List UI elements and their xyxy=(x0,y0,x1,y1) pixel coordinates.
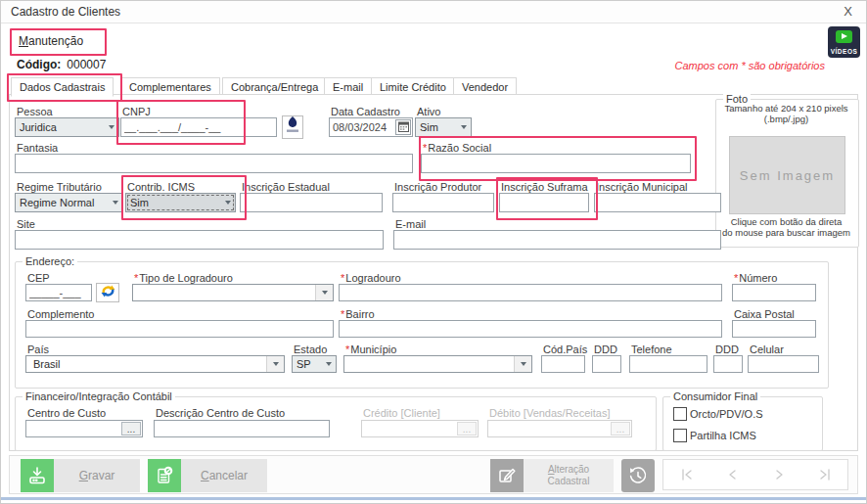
inscricao-produtor-input[interactable] xyxy=(392,193,494,212)
regime-tributario-select[interactable]: Regime Normal xyxy=(15,193,123,212)
data-cadastro-label: Data Cadastro xyxy=(331,106,400,117)
tab-dados-cadastrais[interactable]: Dados Cadastrais xyxy=(11,77,114,97)
contrib-icms-select[interactable]: Sim xyxy=(125,193,236,212)
descricao-centro-custo-label: Descrição Centro de Custo xyxy=(156,407,285,419)
inscricao-suframa-input[interactable] xyxy=(499,193,589,212)
partilha-icms-checkbox[interactable] xyxy=(673,429,687,442)
bairro-input[interactable] xyxy=(339,320,722,338)
telefone-input[interactable] xyxy=(629,355,707,373)
record-navigator xyxy=(662,459,848,490)
historico-button[interactable] xyxy=(621,459,655,492)
chevron-down-icon xyxy=(514,356,531,372)
ddd1-input[interactable] xyxy=(592,355,621,373)
centro-custo-lookup-button[interactable]: ... xyxy=(121,422,141,435)
fantasia-input[interactable] xyxy=(15,154,413,173)
cod-pais-label: Cód.País xyxy=(543,344,587,355)
first-record-icon[interactable] xyxy=(672,463,702,486)
chevron-down-icon xyxy=(266,356,284,372)
ddd1-label: DDD xyxy=(594,344,617,355)
razao-social-input[interactable] xyxy=(421,154,691,173)
cnpj-label: CNPJ xyxy=(122,106,151,117)
financeiro-title: Financeiro/Integração Contábil xyxy=(23,390,175,402)
required-fields-note: Campos com * são obrigatórios xyxy=(675,60,825,71)
inscricao-suframa-label: Inscrição Suframa xyxy=(501,181,588,193)
last-record-icon[interactable] xyxy=(810,463,840,486)
previous-record-icon[interactable] xyxy=(718,463,748,486)
tipo-logradouro-label: *Tipo de Logradouro xyxy=(134,272,233,284)
descricao-centro-custo-input[interactable] xyxy=(154,420,330,437)
cep-lookup-button[interactable] xyxy=(96,283,119,302)
cnpj-lookup-button[interactable] xyxy=(282,115,303,139)
window-title: Cadastro de Clientes xyxy=(11,5,120,19)
chevron-down-icon xyxy=(315,285,333,300)
debito-vendas-lookup-button: ... xyxy=(611,422,630,435)
photo-format-hint: (.bmp/.jpg) xyxy=(716,114,856,124)
window-bottom-edge xyxy=(1,497,867,500)
cnpj-input[interactable] xyxy=(120,117,277,137)
cadastro-clientes-window: Cadastro de Clientes X Manutenção VÍDEOS… xyxy=(0,0,867,504)
contrib-icms-label: Contrib. ICMS xyxy=(127,181,195,193)
site-input[interactable] xyxy=(15,230,384,250)
photo-placeholder[interactable]: Sem Imagem xyxy=(729,136,845,214)
videos-button[interactable]: VÍDEOS xyxy=(828,26,860,58)
fantasia-label: Fantasia xyxy=(17,142,58,154)
history-clock-icon xyxy=(621,459,655,492)
ddd2-input[interactable] xyxy=(713,355,743,373)
chevron-down-icon xyxy=(109,125,114,129)
inscricao-estadual-input[interactable] xyxy=(240,193,383,212)
code-value: 000007 xyxy=(67,58,106,71)
cancel-document-icon xyxy=(148,459,181,492)
photo-size-hint: Tamanho até 204 x 210 pixels xyxy=(716,103,856,114)
chevron-down-icon xyxy=(225,201,231,205)
numero-label: *Número xyxy=(734,272,777,284)
orcto-pdv-os-label: Orcto/PDV/O.S xyxy=(690,408,763,420)
caixa-postal-input[interactable] xyxy=(732,320,816,338)
debito-vendas-label: Débito [Vendas/Receitas] xyxy=(489,407,611,419)
estado-select[interactable]: SP xyxy=(292,355,337,373)
site-label: Site xyxy=(17,218,35,230)
logradouro-input[interactable] xyxy=(339,284,722,301)
alteracao-cadastral-button[interactable]: Alteração Cadastral xyxy=(490,459,614,492)
municipio-label: *Município xyxy=(345,344,396,355)
save-icon xyxy=(21,459,54,492)
chevron-down-icon xyxy=(113,201,118,205)
pais-select[interactable]: Brasil xyxy=(25,355,285,373)
gravar-button[interactable]: Gravar xyxy=(21,459,140,492)
razao-social-label: *Razão Social xyxy=(423,142,491,154)
alteracao-cadastral-label: Alteração Cadastral xyxy=(524,459,614,492)
next-record-icon[interactable] xyxy=(764,463,794,486)
orcto-pdv-os-checkbox[interactable] xyxy=(673,407,687,421)
photo-caption-2: do mouse para buscar imagem xyxy=(716,227,856,238)
partilha-icms-label: Partilha ICMS xyxy=(690,430,756,441)
complemento-input[interactable] xyxy=(25,320,334,338)
pessoa-label: Pessoa xyxy=(17,106,53,117)
ativo-select[interactable]: Sim xyxy=(415,117,472,137)
numero-input[interactable] xyxy=(732,284,816,301)
logradouro-label: *Logradouro xyxy=(341,272,401,284)
cep-label: CEP xyxy=(27,272,50,284)
bairro-label: *Bairro xyxy=(341,308,375,320)
close-button[interactable]: X xyxy=(844,4,852,19)
chevron-down-icon xyxy=(326,362,332,366)
celular-label: Celular xyxy=(750,344,784,355)
email-label: E-mail xyxy=(395,218,426,230)
consumidor-final-title: Consumidor Final xyxy=(670,390,760,402)
cancelar-button[interactable]: Cancelar xyxy=(148,459,267,492)
pessoa-select[interactable]: Juridica xyxy=(15,117,119,137)
email-input[interactable] xyxy=(393,230,721,250)
credito-cliente-lookup-button: ... xyxy=(457,422,477,435)
caixa-postal-label: Caixa Postal xyxy=(734,308,795,320)
menu-item-manutencao[interactable]: Manutenção xyxy=(19,34,83,48)
code-label: Código: xyxy=(17,58,61,71)
inscricao-estadual-label: Inscrição Estadual xyxy=(242,181,330,193)
tipo-logradouro-select[interactable] xyxy=(132,284,334,301)
regime-tributario-label: Regime Tributário xyxy=(17,181,102,193)
cep-input[interactable] xyxy=(25,284,92,301)
receita-federal-icon xyxy=(286,115,299,139)
centro-custo-label: Centro de Custo xyxy=(27,407,106,419)
municipio-select[interactable] xyxy=(343,355,532,373)
cod-pais-input[interactable] xyxy=(541,355,585,373)
celular-input[interactable] xyxy=(748,355,819,373)
inscricao-municipal-input[interactable] xyxy=(594,193,721,212)
calendar-button[interactable] xyxy=(395,119,411,135)
